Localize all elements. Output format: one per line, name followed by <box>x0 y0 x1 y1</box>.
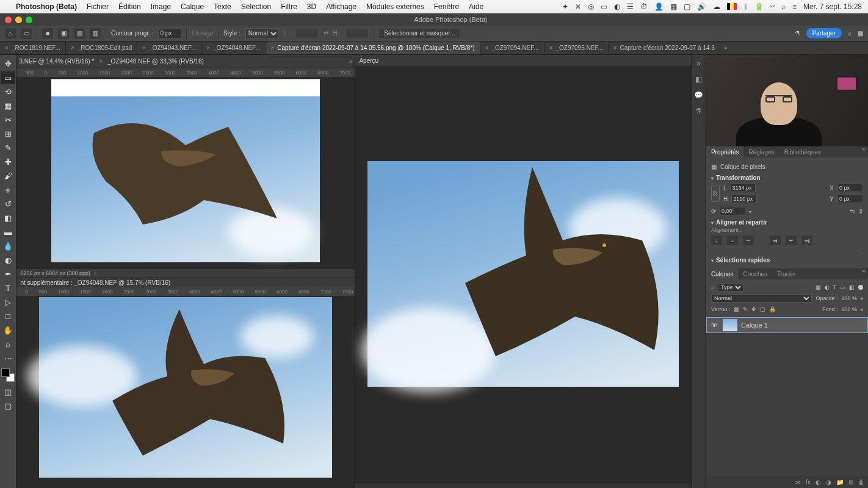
marquee-tool[interactable]: ▭ <box>1 71 15 84</box>
transform-section-header[interactable]: Transformation <box>711 174 863 181</box>
filter-type-icon[interactable]: ◧ <box>849 284 855 290</box>
lock-artboard-icon[interactable]: ▢ <box>760 306 765 312</box>
canvas-area-1[interactable] <box>16 77 355 269</box>
edit-toolbar[interactable]: ⋯ <box>1 352 15 365</box>
select-and-mask-button[interactable]: Sélectionner et masquer... <box>379 29 460 38</box>
align-hcenter-icon[interactable]: ⫠ <box>727 235 738 245</box>
dodge-tool[interactable]: ◐ <box>1 254 15 267</box>
sub-document-tab[interactable]: 3.NEF @ 14,4% (RVB/16) * <box>19 58 94 65</box>
battery-icon[interactable]: 🔋 <box>754 2 764 11</box>
panel-menu-icon[interactable]: ≡ <box>859 268 868 279</box>
document-tab[interactable]: ×_ROC1809-Edit.psd <box>66 41 137 55</box>
sub-document-tab[interactable]: _OZ94048.NEF @ 33,3% (RVB/16) <box>107 58 204 65</box>
close-icon[interactable]: × <box>206 45 210 51</box>
filter-icon[interactable]: ⌕ <box>711 284 714 290</box>
transform-x-input[interactable] <box>837 184 863 192</box>
menubar-icon[interactable]: 👤 <box>654 2 664 11</box>
eyedropper-tool[interactable]: ✎ <box>1 142 15 154</box>
transform-width-input[interactable] <box>730 184 756 192</box>
frame-tool[interactable]: ⊞ <box>1 127 15 140</box>
hand-tool[interactable]: ✋ <box>1 324 15 337</box>
move-tool[interactable]: ✥ <box>1 57 15 70</box>
scrollbar-horizontal[interactable] <box>355 482 691 488</box>
filter-toggle[interactable] <box>858 285 863 290</box>
menubar-icon[interactable]: 🔊 <box>697 2 706 11</box>
menu-filtre[interactable]: Filtre <box>281 2 297 11</box>
transform-angle-input[interactable] <box>720 207 745 215</box>
preview-canvas-area[interactable] <box>355 66 691 482</box>
blend-mode-select[interactable]: Normal <box>711 294 812 303</box>
history-brush-tool[interactable]: ↺ <box>1 198 15 210</box>
filter-type-icon[interactable]: ▭ <box>840 284 845 290</box>
filter-type-icon[interactable]: ▦ <box>816 284 821 290</box>
menubar-icon[interactable]: ◐ <box>614 2 620 11</box>
menu-selection[interactable]: Sélection <box>241 2 271 11</box>
window-close-button[interactable] <box>5 16 12 23</box>
gradient-tool[interactable]: ▬ <box>1 226 15 239</box>
layer-visibility-toggle[interactable]: 👁 <box>711 321 719 329</box>
document-tab[interactable]: ×_OZ97095.NEF... <box>544 41 609 55</box>
type-tool[interactable]: T <box>1 282 15 295</box>
close-icon[interactable]: × <box>142 45 146 51</box>
tab-reglages[interactable]: Réglages <box>743 146 779 157</box>
canvas-area-2[interactable] <box>16 296 355 488</box>
selection-add-icon[interactable]: ▣ <box>58 28 69 39</box>
more-options-icon[interactable]: ⋯ <box>711 248 863 254</box>
menubar-icon[interactable]: ▢ <box>684 2 690 11</box>
tab-bibliotheques[interactable]: Bibliothèques <box>779 146 826 157</box>
document-tab[interactable]: ×Capture d'écran 2022-09-07 à 14.05.56.p… <box>266 41 480 55</box>
menu-edition[interactable]: Édition <box>118 2 141 11</box>
menu-image[interactable]: Image <box>151 2 171 11</box>
menubar-flag-icon[interactable] <box>727 3 737 10</box>
flip-vertical-icon[interactable]: ⥯ <box>858 208 863 215</box>
layer-fx-icon[interactable]: fx <box>806 479 811 486</box>
search-icon[interactable]: ⌕ <box>781 2 786 11</box>
lock-transparency-icon[interactable]: ▦ <box>734 306 739 312</box>
quick-mask-toggle[interactable]: ◫ <box>1 386 15 398</box>
menubar-icon[interactable]: ▭ <box>601 2 607 11</box>
panel-menu-icon[interactable]: ≡ <box>859 146 868 157</box>
expand-panel-icon[interactable]: » <box>693 57 705 70</box>
preview-panel-tab[interactable]: Aperçu <box>355 55 691 66</box>
style-select[interactable]: Normal <box>245 28 279 39</box>
document-tab[interactable]: ×_OZ97094.NEF... <box>480 41 544 55</box>
document-tab[interactable]: ×_OZ94048.NEF... <box>201 41 266 55</box>
adjustment-layer-icon[interactable]: ◑ <box>826 479 831 486</box>
opacity-value[interactable]: 100 % <box>841 295 857 301</box>
object-select-tool[interactable]: ▦ <box>1 99 15 112</box>
document-tab[interactable]: ×_OZ94043.NEF... <box>137 41 201 55</box>
menubar-icon[interactable]: ☁ <box>713 2 720 11</box>
lasso-tool[interactable]: ⟲ <box>1 85 15 98</box>
lock-position-icon[interactable]: ✥ <box>751 306 756 312</box>
menu-calque[interactable]: Calque <box>181 2 204 11</box>
chevron-down-icon[interactable] <box>861 295 863 301</box>
menu-3d[interactable]: 3D <box>307 2 316 11</box>
align-bottom-icon[interactable]: ⫥ <box>801 235 812 245</box>
screen-mode-toggle[interactable]: ▢ <box>1 400 15 412</box>
tab-couches[interactable]: Couches <box>739 268 772 279</box>
app-menu[interactable]: Photoshop (Beta) <box>16 2 77 11</box>
align-top-icon[interactable]: ⫤ <box>770 235 781 245</box>
panel-overflow-button[interactable]: » <box>349 58 353 65</box>
tab-overflow-button[interactable]: » <box>720 45 731 51</box>
layer-filter-select[interactable]: Type <box>718 283 743 292</box>
link-wh-icon[interactable]: ⛓ <box>711 185 720 202</box>
blur-tool[interactable]: 💧 <box>1 240 15 253</box>
delete-layer-icon[interactable]: 🗑 <box>858 479 864 486</box>
selection-subtract-icon[interactable]: ▤ <box>74 28 85 39</box>
pen-tool[interactable]: ✒ <box>1 268 15 281</box>
selection-intersect-icon[interactable]: ▥ <box>90 28 101 39</box>
menubar-icon[interactable]: ✦ <box>562 2 568 11</box>
home-button[interactable]: ⌂ <box>5 28 16 39</box>
feather-input[interactable] <box>158 29 181 38</box>
lock-all-icon[interactable]: 🔒 <box>769 306 776 312</box>
menubar-icon[interactable]: ☰ <box>627 2 634 11</box>
chevron-right-icon[interactable]: › <box>94 270 96 276</box>
comments-panel-icon[interactable]: 💬 <box>693 89 705 101</box>
color-panel-icon[interactable]: ◧ <box>693 73 705 85</box>
eraser-tool[interactable]: ◧ <box>1 212 15 224</box>
document-tab[interactable]: ×Capture d'écran 2022-09-07 à 14.3 <box>609 41 720 55</box>
clone-stamp-tool[interactable]: ⎆ <box>1 184 15 196</box>
menu-aide[interactable]: Aide <box>469 2 483 11</box>
menu-fichier[interactable]: Fichier <box>87 2 109 11</box>
